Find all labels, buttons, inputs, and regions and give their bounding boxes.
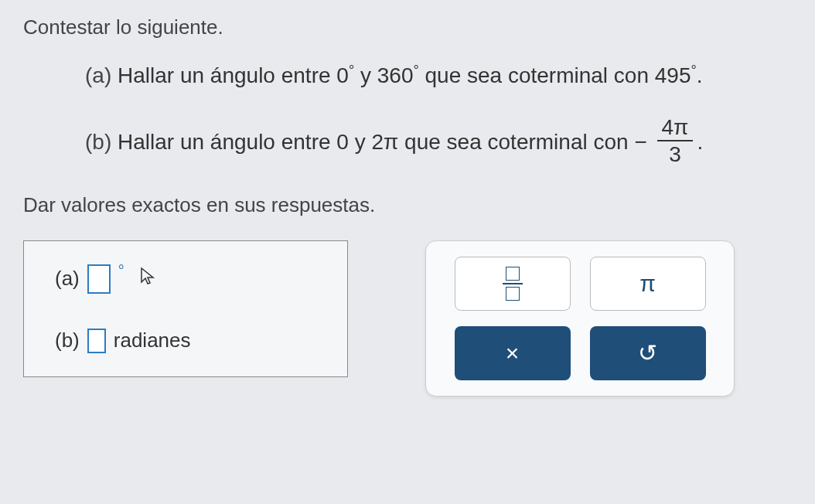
fraction-denominator: 3 <box>664 141 686 168</box>
question-a-label: (a) <box>85 63 111 87</box>
reset-button[interactable]: ↺ <box>590 326 706 380</box>
questions-block: (a) Hallar un ángulo entre 0° y 360° que… <box>85 59 792 170</box>
question-b-label: (b) <box>85 130 111 154</box>
cursor-icon <box>140 267 155 291</box>
question-b-text1: Hallar un ángulo entre <box>111 130 336 154</box>
question-a-end: . <box>697 63 703 87</box>
question-a-text1: Hallar un ángulo entre <box>111 63 336 87</box>
question-a-text2: que sea coterminal con <box>419 63 655 87</box>
question-a-range-start: 0 <box>336 63 349 87</box>
answer-b-label: (b) <box>55 329 80 352</box>
undo-icon: ↺ <box>638 339 657 366</box>
answer-b-line: (b) radianes <box>55 329 316 353</box>
x-icon: × <box>506 340 520 366</box>
question-b-range-end: 2π <box>371 130 398 154</box>
question-a: (a) Hallar un ángulo entre 0° y 360° que… <box>85 59 792 94</box>
toolbox-row-2: × ↺ <box>442 326 718 380</box>
answer-a-line: (a) ° <box>55 264 316 294</box>
minus-sign: − <box>634 130 646 154</box>
fraction: 4π 3 <box>657 114 694 168</box>
fraction-icon <box>503 267 523 301</box>
question-b-end: . <box>697 130 703 154</box>
bottom-row: (a) ° (b) radianes π <box>23 240 792 397</box>
question-b-text2: que sea coterminal con <box>398 130 634 154</box>
question-b-range-start: 0 <box>336 130 349 154</box>
answer-b-input[interactable] <box>87 329 106 353</box>
hint-text: Dar valores exactos en sus respuestas. <box>23 193 792 217</box>
question-b-mid: y <box>349 130 372 154</box>
pi-icon: π <box>639 271 656 297</box>
question-b: (b) Hallar un ángulo entre 0 y 2π que se… <box>85 117 792 170</box>
toolbox-row-1: π <box>442 257 718 311</box>
answer-b-unit: radianes <box>114 329 191 352</box>
question-a-value: 495 <box>655 63 691 87</box>
fraction-numerator: 4π <box>657 114 694 142</box>
degree-icon: ° <box>691 63 697 78</box>
degree-icon: ° <box>118 262 124 280</box>
answer-a-input[interactable] <box>87 264 111 294</box>
fraction-button[interactable] <box>455 257 571 311</box>
instruction-text: Contestar lo siguiente. <box>23 15 792 39</box>
answer-box: (a) ° (b) radianes <box>23 240 348 377</box>
clear-button[interactable]: × <box>455 326 571 380</box>
toolbox: π × ↺ <box>425 240 735 397</box>
answer-a-label: (a) <box>55 267 80 291</box>
degree-icon: ° <box>413 63 418 78</box>
question-a-mid: y <box>354 63 377 87</box>
pi-button[interactable]: π <box>590 257 706 311</box>
question-a-range-end: 360 <box>377 63 414 87</box>
